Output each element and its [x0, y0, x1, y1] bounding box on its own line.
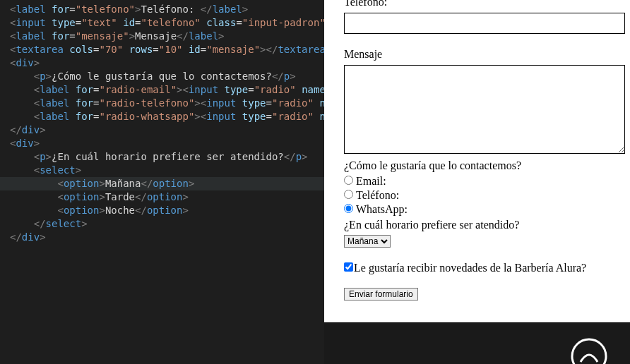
code-line[interactable]: <p>¿Cómo le gustaría que lo contactemos?…: [0, 70, 324, 83]
code-line[interactable]: <label for="radio-email"><input type="ra…: [0, 83, 324, 97]
code-line[interactable]: <option>Mañana</option>: [0, 177, 324, 190]
logo-icon: [571, 338, 607, 364]
radio-telefono-row[interactable]: Teléfono:: [344, 189, 627, 202]
mensaje-label: Mensaje: [344, 48, 627, 61]
code-line[interactable]: <p>¿En cuál horario prefiere ser atendid…: [0, 150, 324, 164]
radio-email-row[interactable]: Email:: [344, 175, 627, 188]
code-line[interactable]: <option>Tarde</option>: [0, 190, 324, 204]
horario-question: ¿En cuál horario prefiere ser atendido?: [344, 219, 627, 231]
code-line[interactable]: <input type="text" id="telefono" class="…: [0, 16, 324, 30]
svg-point-0: [572, 339, 606, 364]
radio-whatsapp-row[interactable]: WhatsApp:: [344, 203, 627, 216]
code-line[interactable]: <div>: [0, 137, 324, 150]
code-line[interactable]: <label for="radio-telefono"><input type=…: [0, 97, 324, 110]
code-editor[interactable]: <label for="telefono">Teléfono: </label>…: [0, 0, 324, 364]
code-line[interactable]: </div>: [0, 123, 324, 137]
page-footer: [324, 322, 630, 364]
submit-button[interactable]: Enviar formulario: [344, 288, 418, 301]
code-line[interactable]: <select>: [0, 164, 324, 177]
radio-telefono-label: Teléfono:: [356, 189, 399, 201]
radio-telefono[interactable]: [344, 190, 353, 199]
code-line[interactable]: <label for="mensaje">Mensaje</label>: [0, 30, 324, 43]
newsletter-label: Le gustaría recibir novedades de la Barb…: [354, 262, 586, 274]
code-line[interactable]: <label for="telefono">Teléfono: </label>: [0, 3, 324, 16]
code-line[interactable]: </div>: [0, 231, 324, 244]
code-line[interactable]: <textarea cols="70" rows="10" id="mensaj…: [0, 43, 324, 56]
telefono-input[interactable]: [344, 13, 625, 34]
telefono-label: Teléfono:: [344, 0, 627, 8]
radio-email-label: Email:: [356, 175, 386, 187]
mensaje-textarea[interactable]: [344, 65, 625, 154]
browser-preview: Teléfono: Mensaje ¿Cómo le gustaría que …: [324, 0, 630, 364]
radio-email[interactable]: [344, 176, 353, 185]
contact-question: ¿Cómo le gustaría que lo contactemos?: [344, 159, 627, 172]
newsletter-checkbox[interactable]: [344, 262, 353, 272]
code-line[interactable]: <div>: [0, 56, 324, 70]
code-line[interactable]: <option>Noche</option>: [0, 204, 324, 217]
code-line[interactable]: </select>: [0, 217, 324, 231]
newsletter-row[interactable]: Le gustaría recibir novedades de la Barb…: [344, 262, 586, 274]
code-line[interactable]: <label for="radio-whatsapp"><input type=…: [0, 110, 324, 123]
horario-select[interactable]: Mañana: [344, 235, 391, 248]
radio-whatsapp[interactable]: [344, 204, 353, 213]
radio-whatsapp-label: WhatsApp:: [356, 203, 408, 215]
